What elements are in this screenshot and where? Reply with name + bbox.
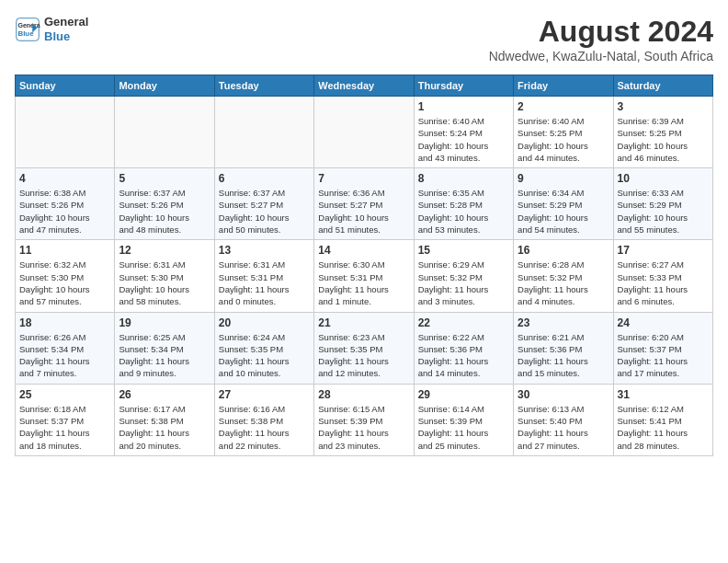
calendar-cell bbox=[314, 97, 414, 168]
day-info: Sunrise: 6:29 AM Sunset: 5:32 PM Dayligh… bbox=[418, 259, 509, 307]
day-number: 20 bbox=[219, 316, 310, 329]
day-info: Sunrise: 6:38 AM Sunset: 5:26 PM Dayligh… bbox=[19, 187, 110, 236]
day-number: 13 bbox=[219, 244, 310, 257]
day-number: 26 bbox=[119, 388, 210, 401]
day-info: Sunrise: 6:16 AM Sunset: 5:38 PM Dayligh… bbox=[219, 403, 310, 452]
day-number: 19 bbox=[119, 316, 210, 329]
day-info: Sunrise: 6:25 AM Sunset: 5:34 PM Dayligh… bbox=[119, 331, 210, 380]
calendar-cell: 25Sunrise: 6:18 AM Sunset: 5:37 PM Dayli… bbox=[16, 384, 115, 455]
day-number: 9 bbox=[518, 172, 609, 185]
day-header-tuesday: Tuesday bbox=[214, 75, 313, 97]
day-info: Sunrise: 6:37 AM Sunset: 5:27 PM Dayligh… bbox=[219, 187, 310, 236]
day-number: 14 bbox=[318, 244, 409, 257]
calendar-cell bbox=[214, 97, 313, 168]
day-number: 12 bbox=[119, 244, 210, 257]
location-subtitle: Ndwedwe, KwaZulu-Natal, South Africa bbox=[489, 49, 713, 63]
day-info: Sunrise: 6:32 AM Sunset: 5:30 PM Dayligh… bbox=[19, 259, 110, 307]
calendar-cell bbox=[115, 97, 214, 168]
calendar-cell: 24Sunrise: 6:20 AM Sunset: 5:37 PM Dayli… bbox=[613, 312, 712, 384]
day-number: 27 bbox=[219, 388, 310, 401]
title-block: August 2024 Ndwedwe, KwaZulu-Natal, Sout… bbox=[489, 15, 713, 63]
day-number: 28 bbox=[318, 388, 409, 401]
day-header-saturday: Saturday bbox=[613, 75, 712, 97]
calendar-cell bbox=[16, 97, 115, 168]
calendar-cell: 6Sunrise: 6:37 AM Sunset: 5:27 PM Daylig… bbox=[214, 168, 313, 240]
calendar-cell: 5Sunrise: 6:37 AM Sunset: 5:26 PM Daylig… bbox=[115, 168, 214, 240]
day-info: Sunrise: 6:13 AM Sunset: 5:40 PM Dayligh… bbox=[518, 403, 609, 452]
calendar-cell: 20Sunrise: 6:24 AM Sunset: 5:35 PM Dayli… bbox=[214, 312, 313, 384]
calendar-cell: 30Sunrise: 6:13 AM Sunset: 5:40 PM Dayli… bbox=[514, 384, 613, 455]
calendar-cell: 23Sunrise: 6:21 AM Sunset: 5:36 PM Dayli… bbox=[514, 312, 613, 384]
calendar-cell: 16Sunrise: 6:28 AM Sunset: 5:32 PM Dayli… bbox=[514, 240, 613, 312]
calendar-cell: 18Sunrise: 6:26 AM Sunset: 5:34 PM Dayli… bbox=[16, 312, 115, 384]
day-number: 23 bbox=[518, 316, 609, 329]
day-info: Sunrise: 6:23 AM Sunset: 5:35 PM Dayligh… bbox=[318, 331, 409, 380]
day-header-thursday: Thursday bbox=[414, 75, 513, 97]
day-info: Sunrise: 6:20 AM Sunset: 5:37 PM Dayligh… bbox=[618, 331, 709, 380]
day-info: Sunrise: 6:24 AM Sunset: 5:35 PM Dayligh… bbox=[219, 331, 310, 380]
day-info: Sunrise: 6:21 AM Sunset: 5:36 PM Dayligh… bbox=[518, 331, 609, 380]
logo: General Blue General Blue bbox=[15, 15, 88, 43]
calendar-cell: 15Sunrise: 6:29 AM Sunset: 5:32 PM Dayli… bbox=[414, 240, 513, 312]
day-number: 7 bbox=[318, 172, 409, 185]
day-number: 25 bbox=[19, 388, 110, 401]
calendar-cell: 19Sunrise: 6:25 AM Sunset: 5:34 PM Dayli… bbox=[115, 312, 214, 384]
day-number: 15 bbox=[418, 244, 509, 257]
calendar-cell: 4Sunrise: 6:38 AM Sunset: 5:26 PM Daylig… bbox=[16, 168, 115, 240]
day-number: 8 bbox=[418, 172, 509, 185]
month-year: August 2024 bbox=[489, 15, 713, 49]
day-header-monday: Monday bbox=[115, 75, 214, 97]
day-number: 24 bbox=[618, 316, 709, 329]
calendar-cell: 2Sunrise: 6:40 AM Sunset: 5:25 PM Daylig… bbox=[514, 97, 613, 168]
day-info: Sunrise: 6:40 AM Sunset: 5:25 PM Dayligh… bbox=[518, 115, 609, 164]
calendar-cell: 22Sunrise: 6:22 AM Sunset: 5:36 PM Dayli… bbox=[414, 312, 513, 384]
calendar-cell: 1Sunrise: 6:40 AM Sunset: 5:24 PM Daylig… bbox=[414, 97, 513, 168]
calendar-cell: 12Sunrise: 6:31 AM Sunset: 5:30 PM Dayli… bbox=[115, 240, 214, 312]
day-info: Sunrise: 6:28 AM Sunset: 5:32 PM Dayligh… bbox=[518, 259, 609, 307]
calendar-cell: 13Sunrise: 6:31 AM Sunset: 5:31 PM Dayli… bbox=[214, 240, 313, 312]
day-number: 3 bbox=[618, 100, 709, 113]
day-info: Sunrise: 6:40 AM Sunset: 5:24 PM Dayligh… bbox=[418, 115, 509, 164]
day-number: 21 bbox=[318, 316, 409, 329]
calendar-cell: 7Sunrise: 6:36 AM Sunset: 5:27 PM Daylig… bbox=[314, 168, 414, 240]
day-info: Sunrise: 6:12 AM Sunset: 5:41 PM Dayligh… bbox=[618, 403, 709, 452]
calendar-cell: 3Sunrise: 6:39 AM Sunset: 5:25 PM Daylig… bbox=[613, 97, 712, 168]
day-number: 6 bbox=[219, 172, 310, 185]
day-info: Sunrise: 6:36 AM Sunset: 5:27 PM Dayligh… bbox=[318, 187, 409, 236]
calendar-cell: 27Sunrise: 6:16 AM Sunset: 5:38 PM Dayli… bbox=[214, 384, 313, 455]
day-info: Sunrise: 6:35 AM Sunset: 5:28 PM Dayligh… bbox=[418, 187, 509, 236]
day-number: 5 bbox=[119, 172, 210, 185]
day-number: 2 bbox=[518, 100, 609, 113]
day-info: Sunrise: 6:37 AM Sunset: 5:26 PM Dayligh… bbox=[119, 187, 210, 236]
day-info: Sunrise: 6:27 AM Sunset: 5:33 PM Dayligh… bbox=[618, 259, 709, 307]
day-number: 10 bbox=[618, 172, 709, 185]
day-info: Sunrise: 6:15 AM Sunset: 5:39 PM Dayligh… bbox=[318, 403, 409, 452]
day-info: Sunrise: 6:31 AM Sunset: 5:31 PM Dayligh… bbox=[219, 259, 310, 307]
day-number: 22 bbox=[418, 316, 509, 329]
calendar-cell: 29Sunrise: 6:14 AM Sunset: 5:39 PM Dayli… bbox=[414, 384, 513, 455]
day-info: Sunrise: 6:31 AM Sunset: 5:30 PM Dayligh… bbox=[119, 259, 210, 307]
calendar-table: SundayMondayTuesdayWednesdayThursdayFrid… bbox=[15, 75, 713, 456]
day-number: 16 bbox=[518, 244, 609, 257]
calendar-cell: 11Sunrise: 6:32 AM Sunset: 5:30 PM Dayli… bbox=[16, 240, 115, 312]
day-number: 18 bbox=[19, 316, 110, 329]
day-number: 11 bbox=[19, 244, 110, 257]
day-header-sunday: Sunday bbox=[16, 75, 115, 97]
calendar-cell: 21Sunrise: 6:23 AM Sunset: 5:35 PM Dayli… bbox=[314, 312, 414, 384]
day-number: 30 bbox=[518, 388, 609, 401]
logo-icon: General Blue bbox=[15, 17, 40, 42]
svg-text:Blue: Blue bbox=[18, 29, 35, 38]
calendar-cell: 14Sunrise: 6:30 AM Sunset: 5:31 PM Dayli… bbox=[314, 240, 414, 312]
day-number: 1 bbox=[418, 100, 509, 113]
day-info: Sunrise: 6:17 AM Sunset: 5:38 PM Dayligh… bbox=[119, 403, 210, 452]
calendar-cell: 31Sunrise: 6:12 AM Sunset: 5:41 PM Dayli… bbox=[613, 384, 712, 455]
day-info: Sunrise: 6:26 AM Sunset: 5:34 PM Dayligh… bbox=[19, 331, 110, 380]
day-info: Sunrise: 6:22 AM Sunset: 5:36 PM Dayligh… bbox=[418, 331, 509, 380]
day-info: Sunrise: 6:39 AM Sunset: 5:25 PM Dayligh… bbox=[618, 115, 709, 164]
day-header-wednesday: Wednesday bbox=[314, 75, 414, 97]
day-info: Sunrise: 6:33 AM Sunset: 5:29 PM Dayligh… bbox=[618, 187, 709, 236]
day-number: 29 bbox=[418, 388, 509, 401]
logo-text: General Blue bbox=[44, 15, 88, 43]
day-info: Sunrise: 6:34 AM Sunset: 5:29 PM Dayligh… bbox=[518, 187, 609, 236]
calendar-cell: 17Sunrise: 6:27 AM Sunset: 5:33 PM Dayli… bbox=[613, 240, 712, 312]
